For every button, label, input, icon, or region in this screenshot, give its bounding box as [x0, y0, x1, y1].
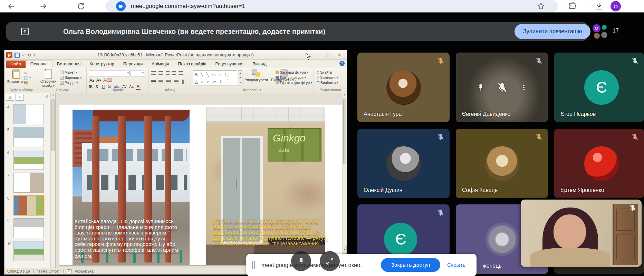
shapes-gallery[interactable]: A ╲ ╲ ▭ ○ ▢△ ⌐ ⌐ ⇦ ⇩ ⌒	[193, 70, 237, 85]
slides-tab[interactable]: ▤	[6, 94, 14, 101]
ppt-ribbon: Вставити ▾ ✂ ▾ Буфер обміну Створитислай…	[4, 68, 347, 93]
back-icon[interactable]	[7, 2, 16, 11]
shape-fill-button[interactable]: Заливка фігури▾	[276, 70, 312, 74]
ppt-ribbon-tabs: Файл Основне Вставлення Конструктор Пере…	[4, 60, 347, 68]
copy-button[interactable]: ▾	[25, 76, 31, 80]
bookmark-star-icon[interactable]	[537, 2, 545, 10]
spellcheck-icon[interactable]: ✓	[67, 269, 71, 273]
slide-thumbnail[interactable]: 6	[4, 150, 50, 170]
new-slide-button[interactable]: Створитислайд ▾	[40, 70, 56, 88]
previous-slide-button[interactable]: ▲	[343, 246, 347, 252]
cafe-sign-text: cafe	[278, 147, 289, 154]
layout-button[interactable]: Макет▾	[60, 70, 81, 74]
presenting-banner-text: Ольга Володимирівна Шевченко (ви ведете …	[63, 22, 325, 41]
align-right-icon[interactable]	[166, 80, 171, 84]
slide-thumbnail[interactable]: 9	[4, 218, 50, 238]
maximize-icon[interactable]: ▢	[323, 52, 333, 58]
participant-name: Олексій Душин	[364, 187, 402, 193]
stop-presentation-button[interactable]: Зупинити презентацію	[515, 24, 590, 39]
slide-scrollbar[interactable]: ▲ ▲ ▼	[342, 93, 347, 268]
outline-tab[interactable]: ≡	[16, 94, 24, 101]
paste-button[interactable]: Вставити ▾	[7, 70, 25, 84]
forward-icon[interactable]	[39, 2, 48, 11]
bullets-icon[interactable]	[151, 71, 156, 75]
profile-avatar[interactable]: О	[611, 1, 621, 11]
participant-tile[interactable]: Євгеній Давиденко	[456, 53, 548, 122]
cut-button[interactable]: ✂	[25, 71, 31, 75]
align-left-icon[interactable]	[151, 80, 156, 84]
tab-transitions[interactable]: Переходи	[119, 61, 147, 68]
shapes-scroll[interactable]: ▲▼▾	[238, 70, 242, 85]
participant-tile[interactable]: Ертем Ярошенко	[554, 129, 644, 198]
font-name-combobox[interactable]	[89, 71, 129, 76]
more-options-icon[interactable]	[520, 84, 528, 91]
fullscreen-icon[interactable]	[320, 251, 340, 271]
tab-insert[interactable]: Вставлення	[52, 61, 85, 68]
find-button[interactable]: Знайти	[317, 70, 338, 74]
slide-text-left[interactable]: Китайська пагода . По дорозі зупинимось …	[75, 219, 186, 259]
slide-thumbnail[interactable]: 7	[4, 173, 50, 193]
ribbon-group-paragraph: Абзац	[149, 68, 191, 93]
tab-slideshow[interactable]: Показ слайдів	[174, 61, 211, 68]
new-slide-icon	[45, 70, 52, 79]
decrease-indent-icon[interactable]	[166, 71, 170, 75]
language-indicator[interactable]: українська	[75, 269, 94, 273]
participant-avatar-cluster[interactable]: О	[593, 24, 610, 40]
ppt-titlebar[interactable]: P ↶ ↻ ▾ 19d00da0a391cc6bc51 - Microsoft …	[4, 50, 347, 60]
pane-close-icon[interactable]: ✕	[45, 94, 48, 99]
close-icon[interactable]: ✕	[334, 52, 345, 58]
slide-thumbnail[interactable]: 10	[4, 241, 50, 261]
stop-sharing-button[interactable]: Закрыть доступ	[381, 258, 440, 272]
slide-text-right[interactable]: Їдальня . О, свята святих кожного студен…	[213, 218, 329, 247]
extensions-icon[interactable]	[568, 2, 577, 11]
grow-font-button[interactable]: А▴	[89, 78, 95, 83]
participant-tile[interactable]: Олексій Душин	[357, 129, 450, 198]
shrink-font-button[interactable]: А▾	[96, 78, 102, 83]
replace-button[interactable]: ⇄Замінити▾	[317, 75, 338, 80]
ribbon-collapse-icon[interactable]: ˆ	[335, 61, 337, 66]
clear-formatting-button[interactable]: А⌫	[103, 78, 113, 83]
align-center-icon[interactable]	[158, 80, 163, 84]
participant-tile[interactable]: Анастасія Гура	[357, 53, 450, 122]
tab-review[interactable]: Рецензування	[211, 61, 248, 68]
reset-button[interactable]: Відновити	[60, 75, 81, 80]
url-text[interactable]: meet.google.com/met-tsyw-oim?authuser=1	[131, 0, 245, 12]
reload-icon[interactable]	[77, 2, 86, 11]
section-button[interactable]: Розділ▾	[60, 81, 81, 85]
justify-icon[interactable]	[174, 80, 179, 84]
help-icon[interactable]: ?	[339, 61, 345, 66]
pane-scrollbar[interactable]: ▲	[50, 93, 55, 268]
tab-file[interactable]: Файл	[6, 61, 26, 68]
mic-off-icon[interactable]	[496, 81, 508, 94]
share-message: meet.google.com демонстрирует окно.	[261, 254, 362, 276]
participant-tile[interactable]: Софія Каваць	[456, 129, 548, 198]
slide-canvas[interactable]: Ginkgo cafe Китайська пагода . По дорозі…	[59, 104, 342, 266]
video-call-icon	[116, 1, 126, 11]
drag-handle-icon[interactable]	[252, 261, 255, 269]
format-painter-button[interactable]	[25, 81, 31, 84]
font-size-combobox[interactable]	[131, 71, 144, 76]
columns-icon[interactable]	[182, 80, 185, 84]
shape-effects-button[interactable]: Ефекти для фігур▾	[276, 81, 312, 85]
slide-thumbnail-selected[interactable]: 8	[4, 195, 50, 215]
slide-thumbnail[interactable]: 5	[4, 127, 50, 147]
tab-design[interactable]: Конструктор	[85, 61, 118, 68]
participant-tile[interactable]: Є Єгор Псарьов	[554, 53, 644, 122]
increase-indent-icon[interactable]	[172, 71, 176, 75]
shape-outline-button[interactable]: Контур фігури▾	[276, 75, 312, 80]
tab-view[interactable]: Вигляд	[248, 61, 271, 68]
minimize-icon[interactable]: –	[310, 52, 320, 58]
slide-thumbnail[interactable]: 4	[4, 104, 50, 124]
tab-animations[interactable]: Анімація	[147, 61, 173, 68]
unpin-presentation-button[interactable]	[291, 251, 311, 271]
pin-icon[interactable]	[477, 83, 485, 92]
tab-home[interactable]: Основне	[26, 60, 52, 68]
hide-notification-link[interactable]: Скрыть	[447, 254, 465, 276]
numbering-icon[interactable]	[158, 71, 163, 75]
line-spacing-icon[interactable]	[179, 71, 183, 75]
arrange-button[interactable]: Упорядкувати	[245, 70, 268, 82]
address-bar[interactable]: meet.google.com/met-tsyw-oim?authuser=1	[105, 0, 558, 12]
download-icon[interactable]	[595, 2, 604, 11]
self-video-tile[interactable]: Ольга Володимирівна Шевченко	[521, 200, 642, 267]
select-button[interactable]: Виділити▾	[317, 81, 338, 85]
